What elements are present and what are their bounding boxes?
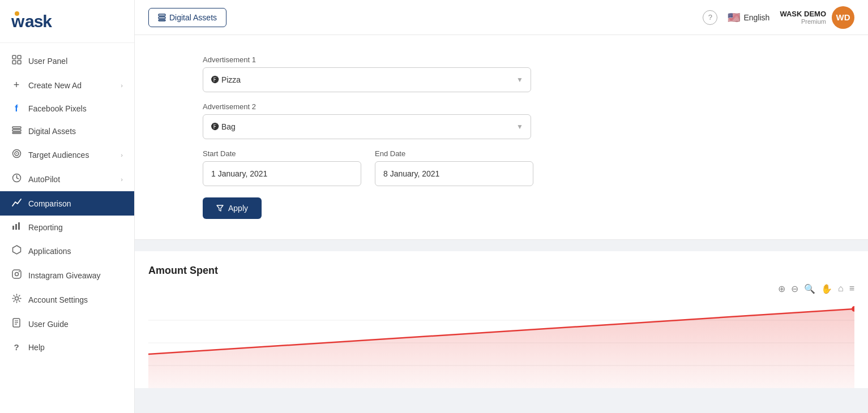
svg-rect-14 <box>12 226 14 230</box>
end-date-input[interactable] <box>375 161 533 186</box>
header: Digital Assets ? 🇺🇸 English WASK DEMO Pr… <box>135 0 868 35</box>
filter-card: Advertisement 1 🅕 Pizza 🅕 Bag ▼ Advertis… <box>135 35 868 240</box>
sidebar-navigation: User Panel + Create New Ad › f Facebook … <box>0 43 134 413</box>
sidebar-item-label: Digital Assets <box>28 127 76 136</box>
sidebar-item-user-guide[interactable]: User Guide <box>0 312 134 336</box>
sidebar-item-applications[interactable]: Applications <box>0 239 134 263</box>
help-icon: ? <box>11 342 22 352</box>
advertisement1-label: Advertisement 1 <box>203 55 800 64</box>
svg-point-12 <box>16 153 17 154</box>
advertisement2-label: Advertisement 2 <box>203 102 800 111</box>
svg-rect-3 <box>12 55 16 59</box>
user-panel-icon <box>11 55 22 67</box>
chart-title: Amount Spent <box>148 265 854 277</box>
svg-point-18 <box>15 273 18 276</box>
sidebar-item-label: Instagram Giveaway <box>28 271 101 280</box>
pan-icon[interactable]: ✋ <box>821 283 832 294</box>
zoom-select-icon[interactable]: 🔍 <box>804 283 815 294</box>
advertisement2-select-wrapper: 🅕 Pizza 🅕 Bag ▼ <box>203 114 531 139</box>
home-icon[interactable]: ⌂ <box>838 283 844 294</box>
advertisement1-select[interactable]: 🅕 Pizza 🅕 Bag <box>203 67 531 92</box>
user-plan: Premium <box>780 18 826 25</box>
sidebar-item-target-audiences[interactable]: Target Audiences › <box>0 143 134 167</box>
start-date-input[interactable] <box>203 161 361 186</box>
sidebar-item-label: Facebook Pixels <box>28 104 87 113</box>
svg-rect-17 <box>12 270 21 278</box>
svg-rect-15 <box>15 224 17 230</box>
svg-point-2 <box>15 11 19 16</box>
sidebar-item-label: Target Audiences <box>28 150 89 160</box>
digital-assets-icon <box>11 126 22 136</box>
arrow-icon: › <box>121 152 123 158</box>
sidebar-item-instagram-giveaway[interactable]: Instagram Giveaway <box>0 263 134 287</box>
svg-point-19 <box>19 271 20 272</box>
svg-rect-27 <box>159 20 165 21</box>
header-right: ? 🇺🇸 English WASK DEMO Premium WD <box>703 6 854 29</box>
sidebar-item-help[interactable]: ? Help <box>0 336 134 358</box>
sidebar-item-label: Reporting <box>28 223 63 232</box>
sidebar-item-facebook-pixels[interactable]: f Facebook Pixels <box>0 97 134 120</box>
sidebar-item-label: Comparison <box>28 199 71 208</box>
sidebar-item-comparison[interactable]: Comparison <box>0 191 134 216</box>
advertisement1-group: Advertisement 1 🅕 Pizza 🅕 Bag ▼ <box>203 55 800 92</box>
chart-area <box>148 298 854 388</box>
sidebar-item-reporting[interactable]: Reporting <box>0 216 134 239</box>
main-content: Digital Assets ? 🇺🇸 English WASK DEMO Pr… <box>135 0 868 413</box>
user-guide-icon <box>11 318 22 330</box>
database-icon <box>158 14 166 21</box>
svg-rect-25 <box>159 14 165 16</box>
end-date-label: End Date <box>375 149 533 158</box>
user-name: WASK DEMO <box>780 10 826 18</box>
sidebar-item-label: Account Settings <box>28 295 88 304</box>
digital-assets-button[interactable]: Digital Assets <box>148 8 226 27</box>
amount-spent-svg <box>148 298 854 388</box>
arrow-icon: › <box>121 176 123 183</box>
sidebar-item-create-new-ad[interactable]: + Create New Ad › <box>0 73 134 97</box>
sidebar-item-digital-assets[interactable]: Digital Assets <box>0 120 134 143</box>
sidebar: w ask User Panel + Create New Ad › <box>0 0 135 413</box>
svg-rect-4 <box>18 55 21 59</box>
svg-point-20 <box>15 297 18 300</box>
svg-marker-31 <box>148 309 854 388</box>
account-settings-icon <box>11 294 22 306</box>
sidebar-item-autopilot[interactable]: AutoPilot › <box>0 167 134 191</box>
sidebar-item-label: Create New Ad <box>28 81 82 90</box>
comparison-icon <box>11 197 22 209</box>
avatar[interactable]: WD <box>832 6 854 29</box>
svg-rect-26 <box>159 17 165 19</box>
zoom-out-icon[interactable]: ⊖ <box>791 283 798 294</box>
zoom-in-icon[interactable]: ⊕ <box>778 283 785 294</box>
language-label: English <box>743 13 769 22</box>
filter-icon <box>216 205 224 212</box>
autopilot-icon <box>11 173 22 185</box>
svg-rect-16 <box>18 222 20 230</box>
help-circle-button[interactable]: ? <box>703 10 717 25</box>
instagram-icon <box>11 269 22 281</box>
svg-rect-5 <box>12 61 16 64</box>
apply-btn-label: Apply <box>228 204 248 213</box>
sidebar-item-label: Applications <box>28 247 71 256</box>
sidebar-item-label: User Guide <box>28 320 69 329</box>
create-ad-icon: + <box>11 79 22 91</box>
facebook-icon: f <box>11 104 22 114</box>
advertisement2-group: Advertisement 2 🅕 Pizza 🅕 Bag ▼ <box>203 102 800 139</box>
arrow-icon: › <box>121 82 123 89</box>
logo: w ask <box>0 0 134 43</box>
page-content: Advertisement 1 🅕 Pizza 🅕 Bag ▼ Advertis… <box>135 35 868 413</box>
sidebar-item-label: User Panel <box>28 57 67 66</box>
apply-button[interactable]: Apply <box>203 197 262 219</box>
end-date-group: End Date <box>375 149 533 186</box>
svg-rect-7 <box>12 127 21 128</box>
date-row: Start Date End Date <box>203 149 800 186</box>
svg-rect-8 <box>12 130 21 131</box>
applications-icon <box>11 245 22 257</box>
sidebar-item-account-settings[interactable]: Account Settings <box>0 287 134 312</box>
sidebar-item-user-panel[interactable]: User Panel <box>0 49 134 73</box>
language-selector[interactable]: 🇺🇸 English <box>728 11 769 24</box>
menu-icon[interactable]: ≡ <box>849 283 854 294</box>
reporting-icon <box>11 222 22 233</box>
chart-toolbar: ⊕ ⊖ 🔍 ✋ ⌂ ≡ <box>148 283 854 294</box>
sidebar-item-label: AutoPilot <box>28 175 60 184</box>
svg-rect-9 <box>12 132 21 134</box>
advertisement2-select[interactable]: 🅕 Pizza 🅕 Bag <box>203 114 531 139</box>
